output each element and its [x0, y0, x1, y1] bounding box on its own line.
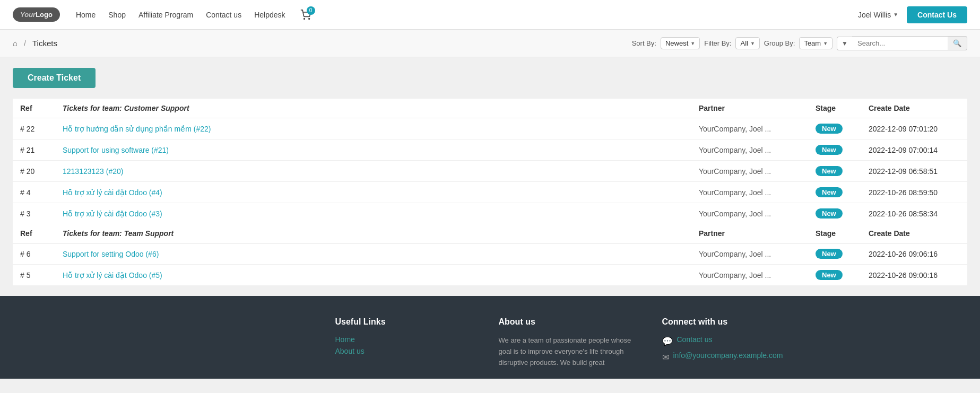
stage-badge: New [816, 124, 843, 134]
ticket-date: 2022-10-26 09:00:16 [861, 265, 967, 286]
ticket-stage: New [808, 243, 861, 265]
search-area: ▼ 🔍 [837, 36, 967, 50]
ticket-date: 2022-10-26 08:59:50 [861, 182, 967, 203]
nav-affiliate[interactable]: Affiliate Program [138, 11, 193, 19]
search-input[interactable] [852, 36, 948, 50]
chevron-down-icon: ▼ [893, 12, 898, 18]
connect-title: Connect with us [662, 317, 809, 327]
table-row: # 6 Support for setting Odoo (#6) YourCo… [13, 243, 967, 265]
col-ref-1: Ref [13, 99, 55, 118]
svg-point-0 [303, 18, 305, 19]
ticket-stage: New [808, 182, 861, 203]
ticket-stage: New [808, 139, 861, 161]
table-row: # 3 Hỗ trợ xử lý cài đặt Odoo (#3) YourC… [13, 203, 967, 224]
ticket-link[interactable]: Hỗ trợ xử lý cài đặt Odoo (#4) [63, 188, 162, 197]
create-ticket-button[interactable]: Create Ticket [13, 68, 96, 88]
footer-link-home[interactable]: Home [335, 335, 482, 344]
header: YourLogo Home Shop Affiliate Program Con… [0, 0, 980, 30]
sort-value: Newest [665, 39, 688, 47]
useful-links-title: Useful Links [335, 317, 482, 327]
footer: Useful Links Home About us About us We a… [0, 296, 980, 379]
ticket-title: 1213123123 (#20) [55, 161, 691, 182]
col-ref-2: Ref [13, 224, 55, 243]
main-nav: Home Shop Affiliate Program Contact us H… [76, 10, 858, 20]
group-value: Team [804, 39, 821, 47]
ticket-partner: YourCompany, Joel ... [691, 182, 808, 203]
stage-badge: New [816, 166, 843, 176]
connect-email-link[interactable]: info@yourcompany.example.com [673, 351, 783, 360]
sort-dropdown[interactable]: Newest ▼ [661, 37, 700, 49]
ticket-link[interactable]: Hỗ trợ hướng dẫn sử dụng phần mềm (#22) [63, 125, 211, 133]
ticket-stage: New [808, 203, 861, 224]
ticket-partner: YourCompany, Joel ... [691, 203, 808, 224]
table-row: # 21 Support for using software (#21) Yo… [13, 139, 967, 161]
ticket-ref: # 20 [13, 161, 55, 182]
ticket-title: Hỗ trợ xử lý cài đặt Odoo (#5) [55, 265, 691, 286]
filter-dropdown[interactable]: All ▼ [735, 37, 759, 49]
group-dropdown[interactable]: Team ▼ [799, 37, 832, 49]
ticket-link[interactable]: Support for using software (#21) [63, 146, 169, 154]
footer-link-about[interactable]: About us [335, 347, 482, 355]
ticket-date: 2022-12-09 06:58:51 [861, 161, 967, 182]
col-title-group-2: Tickets for team: Team Support [55, 224, 691, 243]
col-partner-1: Partner [691, 99, 808, 118]
contact-us-button[interactable]: Contact Us [907, 6, 967, 23]
filter-bar: ⌂ / Tickets Sort By: Newest ▼ Filter By:… [0, 30, 980, 57]
ticket-link[interactable]: 1213123123 (#20) [63, 167, 123, 176]
connect-contact-link[interactable]: Contact us [677, 335, 713, 344]
ticket-title: Hỗ trợ xử lý cài đặt Odoo (#4) [55, 182, 691, 203]
table-row: # 4 Hỗ trợ xử lý cài đặt Odoo (#4) YourC… [13, 182, 967, 203]
ticket-partner: YourCompany, Joel ... [691, 118, 808, 139]
ticket-link[interactable]: Support for setting Odoo (#6) [63, 250, 159, 258]
group-label: Group By: [764, 39, 795, 47]
table-row: # 22 Hỗ trợ hướng dẫn sử dụng phần mềm (… [13, 118, 967, 139]
connect-email: ✉ info@yourcompany.example.com [662, 351, 809, 363]
home-icon[interactable]: ⌂ [13, 39, 18, 48]
col-stage-2: Stage [808, 224, 861, 243]
table-row: # 5 Hỗ trợ xử lý cài đặt Odoo (#5) YourC… [13, 265, 967, 286]
cart-icon[interactable]: 0 [300, 10, 311, 20]
col-title-group-1: Tickets for team: Customer Support [55, 99, 691, 118]
breadcrumb-separator: / [24, 39, 26, 48]
nav-shop[interactable]: Shop [108, 11, 126, 19]
nav-helpdesk[interactable]: Helpdesk [254, 11, 285, 19]
stage-badge: New [816, 187, 843, 197]
search-dropdown-button[interactable]: ▼ [837, 37, 852, 50]
search-button[interactable]: 🔍 [948, 36, 967, 50]
ticket-date: 2022-10-26 08:58:34 [861, 203, 967, 224]
tickets-table: Ref Tickets for team: Customer Support P… [13, 99, 967, 285]
ticket-date: 2022-12-09 07:01:20 [861, 118, 967, 139]
user-dropdown[interactable]: Joel Willis ▼ [858, 11, 898, 19]
sort-label: Sort By: [632, 39, 656, 47]
stage-badge: New [816, 249, 843, 259]
ticket-ref: # 6 [13, 243, 55, 265]
filter-caret-icon: ▼ [750, 41, 755, 46]
ticket-stage: New [808, 265, 861, 286]
group2-label: Tickets for team: [63, 229, 122, 238]
ticket-ref: # 22 [13, 118, 55, 139]
group1-label: Tickets for team: [63, 104, 122, 112]
ticket-partner: YourCompany, Joel ... [691, 265, 808, 286]
footer-col-empty [172, 317, 318, 368]
group1-name: Customer Support [124, 104, 189, 112]
footer-grid: Useful Links Home About us About us We a… [172, 317, 809, 368]
nav-contact[interactable]: Contact us [206, 11, 241, 19]
ticket-stage: New [808, 161, 861, 182]
ticket-ref: # 4 [13, 182, 55, 203]
col-date-1: Create Date [861, 99, 967, 118]
logo[interactable]: YourLogo [13, 7, 60, 22]
ticket-link[interactable]: Hỗ trợ xử lý cài đặt Odoo (#5) [63, 271, 162, 280]
nav-home[interactable]: Home [76, 11, 96, 19]
footer-about: About us We are a team of passionate peo… [499, 317, 645, 368]
ticket-title: Hỗ trợ hướng dẫn sử dụng phần mềm (#22) [55, 118, 691, 139]
ticket-stage: New [808, 118, 861, 139]
footer-connect: Connect with us 💬 Contact us ✉ info@your… [662, 317, 809, 368]
chat-icon: 💬 [662, 336, 673, 346]
ticket-date: 2022-10-26 09:06:16 [861, 243, 967, 265]
col-stage-1: Stage [808, 99, 861, 118]
ticket-link[interactable]: Hỗ trợ xử lý cài đặt Odoo (#3) [63, 209, 162, 218]
ticket-ref: # 21 [13, 139, 55, 161]
filter-value: All [740, 39, 748, 47]
ticket-partner: YourCompany, Joel ... [691, 139, 808, 161]
ticket-date: 2022-12-09 07:00:14 [861, 139, 967, 161]
